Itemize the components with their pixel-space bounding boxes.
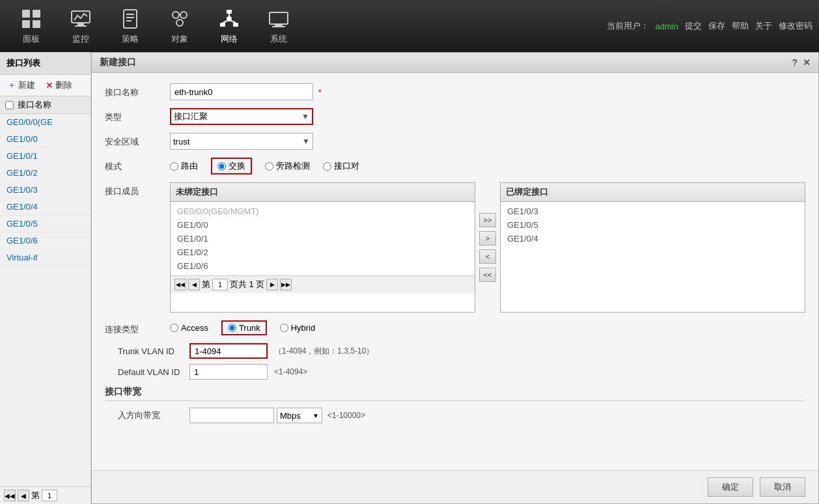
mode-switch-radio[interactable]: [217, 162, 226, 171]
action-help[interactable]: 帮助: [732, 20, 749, 32]
nav-label-panel: 面板: [23, 33, 40, 45]
default-vlan-input[interactable]: [189, 364, 268, 380]
topbar: 面板 监控: [0, 0, 819, 52]
sidebar-item-ge106[interactable]: GE1/0/6: [0, 232, 90, 249]
mode-route-radio[interactable]: [170, 162, 178, 171]
nav-label-system: 系统: [270, 33, 287, 45]
interface-name-control: *: [170, 83, 805, 100]
bound-item-0[interactable]: GE1/0/3: [501, 204, 805, 218]
pg-prev-btn[interactable]: ◀: [18, 490, 29, 501]
trunk-vlan-input[interactable]: [189, 343, 268, 359]
sidebar-item-ge103[interactable]: GE1/0/3: [0, 182, 90, 199]
conn-trunk-radio[interactable]: [228, 324, 236, 332]
unbound-pg-input[interactable]: [212, 279, 228, 290]
conn-hybrid-radio[interactable]: [280, 324, 288, 332]
dialog-help-button[interactable]: ?: [792, 57, 798, 68]
security-zone-select[interactable]: trust ▼: [170, 133, 313, 150]
pg-input[interactable]: [42, 490, 57, 501]
mode-bypass[interactable]: 旁路检测: [265, 160, 310, 172]
unbound-pg-first[interactable]: ◀◀: [174, 279, 186, 290]
action-about[interactable]: 关于: [755, 20, 772, 32]
conn-type-row: Access Trunk Hybrid: [170, 320, 805, 335]
bound-item-1[interactable]: GE1/0/5: [501, 218, 805, 232]
svg-rect-5: [77, 23, 84, 25]
sidebar-toolbar: ＋ 新建 ✕ 删除: [0, 75, 90, 96]
move-all-left-btn[interactable]: <<: [479, 268, 496, 282]
conn-access[interactable]: Access: [170, 323, 208, 333]
unbound-item-2[interactable]: GE1/0/1: [171, 232, 475, 245]
dialog-title: 新建接口: [100, 57, 136, 68]
svg-line-20: [231, 21, 236, 23]
svg-rect-3: [33, 20, 40, 28]
bw-unit-select[interactable]: Mbps ▼: [277, 408, 322, 423]
unbound-pg-next[interactable]: ▶: [266, 279, 278, 290]
sidebar-item-ge101[interactable]: GE1/0/1: [0, 148, 90, 165]
nav-item-network[interactable]: 网络: [204, 2, 254, 50]
mode-switch-label: 交换: [229, 160, 245, 172]
move-right-btn[interactable]: >: [479, 231, 496, 245]
sidebar-item-ge105[interactable]: GE1/0/5: [0, 216, 90, 232]
action-change-pwd[interactable]: 修改密码: [779, 20, 812, 32]
unbound-item-0[interactable]: GE0/0/0(GE0/MGMT): [171, 204, 475, 218]
nav-item-policy[interactable]: 策略: [105, 2, 155, 50]
conn-trunk[interactable]: Trunk: [221, 320, 267, 335]
mode-bypass-radio[interactable]: [265, 162, 273, 171]
mode-switch[interactable]: 交换: [211, 158, 252, 175]
unbound-pg-prev[interactable]: ◀: [188, 279, 200, 290]
conn-access-radio[interactable]: [170, 324, 178, 332]
svg-rect-22: [275, 24, 283, 26]
members-arrows: >> > < <<: [475, 182, 500, 313]
type-select-arrow: ▼: [301, 112, 309, 121]
unbound-item-1[interactable]: GE1/0/0: [171, 218, 475, 232]
dialog-titlebar: 新建接口 ? ✕: [92, 53, 818, 73]
new-button[interactable]: ＋ 新建: [3, 78, 39, 92]
inbound-bw-input[interactable]: [189, 408, 274, 423]
move-left-btn[interactable]: <: [479, 249, 496, 264]
mode-radio-row: 路由 交换 旁路检测: [170, 158, 805, 175]
mode-pair[interactable]: 接口对: [323, 160, 359, 172]
vlan-row-trunk: Trunk VLAN ID （1-4094，例如：1,3,5-10）: [105, 343, 805, 359]
panel-icon: [20, 7, 43, 31]
conn-type-label: 连接类型: [105, 320, 170, 335]
mode-pair-radio[interactable]: [323, 162, 331, 171]
sidebar-col-header: 接口名称: [0, 96, 90, 114]
move-all-right-btn[interactable]: >>: [479, 213, 496, 227]
unbound-item-3[interactable]: GE1/0/2: [171, 245, 475, 259]
select-all-checkbox[interactable]: [5, 101, 14, 109]
default-vlan-hint: <1-4094>: [274, 367, 307, 376]
mode-label: 模式: [105, 158, 170, 173]
username: admin: [656, 21, 678, 31]
bound-panel-header: 已绑定接口: [501, 183, 805, 202]
pg-first-btn[interactable]: ◀◀: [4, 490, 16, 501]
cancel-button[interactable]: 取消: [760, 477, 805, 497]
action-submit[interactable]: 提交: [685, 20, 702, 32]
unbound-pagination: ◀◀ ◀ 第 页共 1 页 ▶ ▶▶: [171, 275, 475, 293]
nav-label-monitor: 监控: [72, 33, 89, 45]
type-select[interactable]: 接口汇聚 ▼: [170, 108, 313, 125]
nav-item-object[interactable]: 对象: [155, 2, 204, 50]
security-zone-control: trust ▼: [170, 133, 805, 150]
nav-item-panel[interactable]: 面板: [7, 2, 56, 50]
unbound-pg-last[interactable]: ▶▶: [280, 279, 292, 290]
nav-item-monitor[interactable]: 监控: [56, 2, 105, 50]
unbound-item-4[interactable]: GE1/0/6: [171, 259, 475, 273]
sidebar-item-ge102[interactable]: GE1/0/2: [0, 165, 90, 182]
sidebar-item-ge000[interactable]: GE0/0/0(GE: [0, 114, 90, 131]
interface-name-input[interactable]: [170, 83, 313, 100]
sidebar-item-virtual[interactable]: Virtual-if: [0, 249, 90, 266]
security-zone-value: trust: [173, 137, 302, 147]
sidebar-item-ge104[interactable]: GE1/0/4: [0, 199, 90, 216]
bound-item-2[interactable]: GE1/0/4: [501, 232, 805, 245]
delete-button[interactable]: ✕ 删除: [42, 78, 76, 92]
mode-route[interactable]: 路由: [170, 160, 198, 172]
confirm-button[interactable]: 确定: [708, 477, 753, 497]
action-save[interactable]: 保存: [708, 20, 725, 32]
sidebar-list: GE0/0/0(GE GE1/0/0 GE1/0/1 GE1/0/2 GE1/0…: [0, 114, 90, 486]
nav-item-system[interactable]: 系统: [254, 2, 303, 50]
dialog-body: 接口名称 * 类型 接口汇聚 ▼: [92, 73, 818, 470]
dialog-close-button[interactable]: ✕: [803, 57, 811, 68]
conn-hybrid[interactable]: Hybrid: [280, 323, 316, 333]
sidebar-item-ge100[interactable]: GE1/0/0: [0, 131, 90, 148]
bandwidth-section-header: 接口带宽: [105, 386, 805, 401]
required-mark: *: [318, 87, 322, 97]
